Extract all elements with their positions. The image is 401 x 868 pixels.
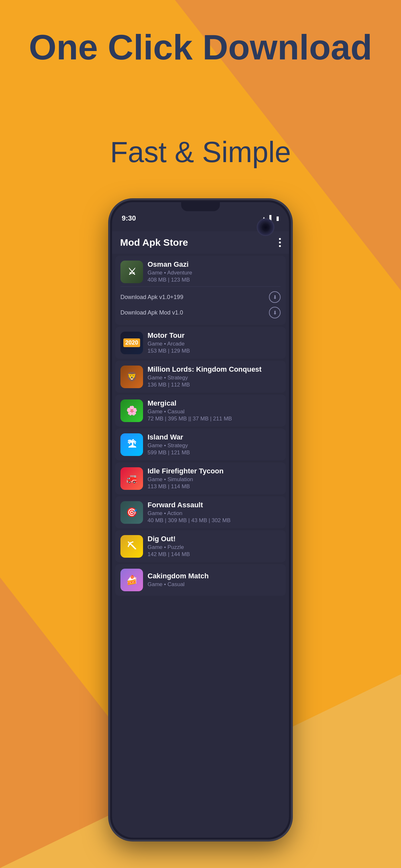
app-name: Cakingdom Match (148, 572, 281, 580)
download-apk-button[interactable]: ⬇ (269, 291, 281, 303)
app-info-motor-tour: Motor Tour Game • Arcade 153 MB | 129 MB (148, 331, 281, 354)
app-item-idle-firefighter[interactable]: 🚒 Idle Firefighter Tycoon Game • Simulat… (115, 462, 286, 494)
app-info-cakingdom-match: Cakingdom Match Game • Casual (148, 572, 281, 588)
phone-mockup: 9:30 ▲ ▌ ▮ Mod Apk Store (110, 200, 291, 840)
app-category: Game • Casual (148, 581, 281, 588)
app-item-osman-gazi[interactable]: ⚔ Osman Gazi Game • Adventure 408 MB | 1… (115, 256, 286, 325)
app-size: 136 MB | 112 MB (148, 382, 281, 388)
app-icon-forward-assault: 🎯 (120, 501, 143, 524)
app-item-main: 🦁 Million Lords: Kingdom Conquest Game •… (120, 365, 281, 388)
app-icon-motor-tour: 2020 (120, 332, 143, 354)
phone-screen: 9:30 ▲ ▌ ▮ Mod Apk Store (112, 202, 289, 838)
app-item-main: ⛏ Dig Out! Game • Puzzle 142 MB | 144 MB (120, 535, 281, 558)
app-info-mergical: Mergical Game • Casual 72 MB | 395 MB ||… (148, 399, 281, 422)
app-category: Game • Action (148, 510, 281, 517)
phone-outer: 9:30 ▲ ▌ ▮ Mod Apk Store (110, 200, 291, 840)
app-item-forward-assault[interactable]: 🎯 Forward Assault Game • Action 40 MB | … (115, 496, 286, 528)
app-size: 153 MB | 129 MB (148, 348, 281, 354)
download-mod-label: Download Apk Mod v1.0 (120, 309, 183, 316)
app-name: Island War (148, 433, 281, 441)
app-size: 72 MB | 395 MB || 37 MB | 211 MB (148, 415, 281, 422)
app-bar-title: Mod Apk Store (120, 237, 279, 248)
status-time: 9:30 (122, 214, 136, 222)
app-name: Forward Assault (148, 501, 281, 509)
front-camera (257, 218, 274, 236)
app-size: 113 MB | 114 MB (148, 484, 281, 490)
app-size: 599 MB | 121 MB (148, 450, 281, 456)
download-row-apk[interactable]: Download Apk v1.0+199 ⬇ (120, 289, 281, 305)
motor-badge: 2020 (123, 338, 140, 347)
app-category: Game • Strategy (148, 375, 281, 381)
app-category: Game • Strategy (148, 442, 281, 449)
more-options-button[interactable] (279, 238, 281, 247)
app-icon-million-lords: 🦁 (120, 366, 143, 388)
app-icon-mergical: 🌸 (120, 399, 143, 422)
dot-3 (279, 245, 281, 247)
app-name: Million Lords: Kingdom Conquest (148, 365, 281, 374)
app-name: Idle Firefighter Tycoon (148, 467, 281, 475)
app-name: Osman Gazi (148, 260, 281, 269)
app-item-dig-out[interactable]: ⛏ Dig Out! Game • Puzzle 142 MB | 144 MB (115, 530, 286, 562)
app-info-forward-assault: Forward Assault Game • Action 40 MB | 30… (148, 501, 281, 524)
app-item-main: 🎯 Forward Assault Game • Action 40 MB | … (120, 501, 281, 524)
app-list: ⚔ Osman Gazi Game • Adventure 408 MB | 1… (112, 254, 289, 838)
app-item-main: 🍰 Cakingdom Match Game • Casual (120, 569, 281, 591)
app-icon-cakingdom-match: 🍰 (120, 569, 143, 591)
app-item-main: 🚒 Idle Firefighter Tycoon Game • Simulat… (120, 467, 281, 490)
app-category: Game • Casual (148, 408, 281, 415)
app-icon-dig-out: ⛏ (120, 535, 143, 558)
app-category: Game • Arcade (148, 341, 281, 347)
download-apk-label: Download Apk v1.0+199 (120, 294, 183, 301)
app-size: 408 MB | 123 MB (148, 277, 281, 283)
app-item-island-war[interactable]: 🏝 Island War Game • Strategy 599 MB | 12… (115, 429, 286, 461)
hero-title: One Click Download (0, 26, 401, 68)
app-info-idle-firefighter: Idle Firefighter Tycoon Game • Simulatio… (148, 467, 281, 490)
app-size: 40 MB | 309 MB | 43 MB | 302 MB (148, 517, 281, 524)
app-item-main: ⚔ Osman Gazi Game • Adventure 408 MB | 1… (120, 260, 281, 283)
app-category: Game • Adventure (148, 270, 281, 276)
app-icon-island-war: 🏝 (120, 433, 143, 456)
app-item-motor-tour[interactable]: 2020 Motor Tour Game • Arcade 153 MB | 1… (115, 327, 286, 359)
app-info-million-lords: Million Lords: Kingdom Conquest Game • S… (148, 365, 281, 388)
app-category: Game • Simulation (148, 476, 281, 483)
status-bar: 9:30 ▲ ▌ ▮ (122, 212, 279, 225)
download-options: Download Apk v1.0+199 ⬇ Download Apk Mod… (120, 286, 281, 320)
app-name: Dig Out! (148, 535, 281, 543)
app-name: Motor Tour (148, 331, 281, 340)
dot-1 (279, 238, 281, 240)
hero-subtitle: Fast & Simple (0, 135, 401, 169)
dot-2 (279, 242, 281, 244)
app-size: 142 MB | 144 MB (148, 551, 281, 558)
app-category: Game • Puzzle (148, 544, 281, 551)
battery-icon: ▮ (276, 215, 279, 222)
app-name: Mergical (148, 399, 281, 407)
app-icon-idle-firefighter: 🚒 (120, 467, 143, 490)
app-item-million-lords[interactable]: 🦁 Million Lords: Kingdom Conquest Game •… (115, 361, 286, 393)
app-info-osman-gazi: Osman Gazi Game • Adventure 408 MB | 123… (148, 260, 281, 283)
app-info-island-war: Island War Game • Strategy 599 MB | 121 … (148, 433, 281, 456)
app-item-main: 🏝 Island War Game • Strategy 599 MB | 12… (120, 433, 281, 456)
app-item-main: 🌸 Mergical Game • Casual 72 MB | 395 MB … (120, 399, 281, 422)
download-row-mod[interactable]: Download Apk Mod v1.0 ⬇ (120, 305, 281, 320)
download-mod-button[interactable]: ⬇ (269, 307, 281, 318)
app-info-dig-out: Dig Out! Game • Puzzle 142 MB | 144 MB (148, 535, 281, 558)
phone-notch (181, 202, 220, 211)
app-icon-osman-gazi: ⚔ (120, 260, 143, 283)
app-item-mergical[interactable]: 🌸 Mergical Game • Casual 72 MB | 395 MB … (115, 395, 286, 427)
app-item-cakingdom-match[interactable]: 🍰 Cakingdom Match Game • Casual (115, 564, 286, 596)
app-item-main: 2020 Motor Tour Game • Arcade 153 MB | 1… (120, 331, 281, 354)
